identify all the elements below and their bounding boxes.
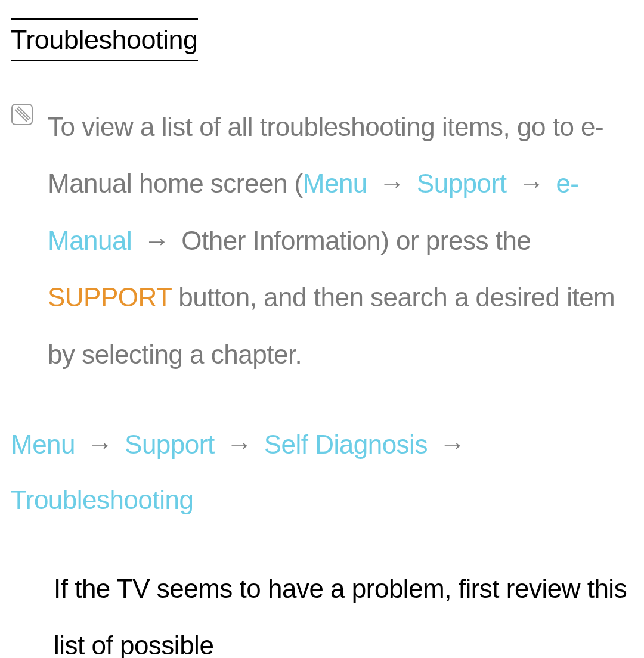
breadcrumb-path: Menu → Support → Self Diagnosis → Troubl…	[11, 417, 633, 527]
arrow-icon: →	[379, 169, 405, 198]
arrow-icon: →	[144, 226, 170, 255]
support-button-label: SUPPORT	[48, 283, 172, 312]
breadcrumb-menu-link: Menu	[303, 169, 367, 198]
svg-line-2	[18, 107, 30, 119]
note-after-emanual: Other Information) or press the	[175, 226, 531, 255]
arrow-icon: →	[87, 430, 113, 459]
arrow-icon: →	[439, 430, 466, 459]
arrow-icon: →	[518, 169, 544, 198]
breadcrumb-self-diagnosis: Self Diagnosis	[264, 430, 428, 459]
body-paragraph: If the TV seems to have a problem, first…	[54, 561, 633, 658]
title-wrapper: Troubleshooting	[11, 18, 198, 61]
breadcrumb-support: Support	[125, 430, 215, 459]
note-icon	[11, 103, 33, 128]
note-block: To view a list of all troubleshooting it…	[11, 98, 633, 383]
breadcrumb-troubleshooting: Troubleshooting	[11, 485, 193, 514]
page-title: Troubleshooting	[11, 24, 198, 55]
arrow-icon: →	[226, 430, 252, 459]
svg-rect-0	[12, 104, 32, 125]
note-text: To view a list of all troubleshooting it…	[48, 98, 633, 383]
breadcrumb-support-link: Support	[417, 169, 507, 198]
breadcrumb-menu: Menu	[11, 430, 75, 459]
